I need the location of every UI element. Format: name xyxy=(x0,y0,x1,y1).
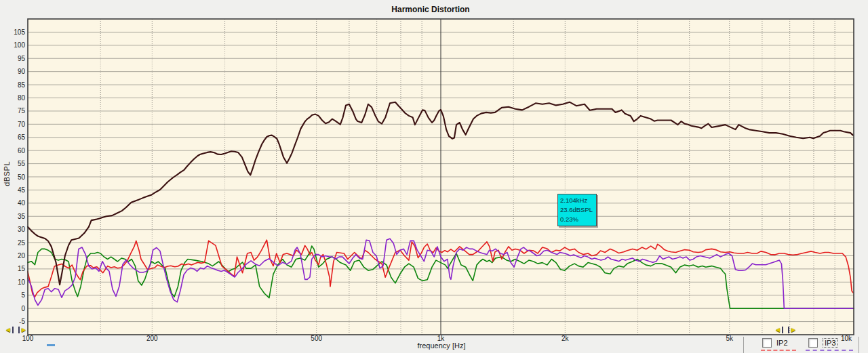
marker-bar-icon xyxy=(12,327,14,333)
y-tick-label: 30 xyxy=(18,226,26,233)
x-tick-label: 5k xyxy=(726,335,734,342)
pan-right-icon[interactable]: ► xyxy=(20,327,27,333)
y-tick-label: 85 xyxy=(18,81,26,89)
tooltip-level: 23.6dBSPL xyxy=(560,205,595,215)
y-tick-label: 80 xyxy=(18,94,26,102)
x-axis-title: frequency [Hz] xyxy=(374,341,509,350)
y-tick-label: 20 xyxy=(18,252,26,259)
y-tick-label: 35 xyxy=(18,213,26,220)
x-tick-label: 200 xyxy=(146,335,158,342)
ip3-label[interactable]: IP3 xyxy=(823,338,838,348)
ip2-curve-sample xyxy=(761,350,796,351)
harmonic-distortion-plot[interactable]: 1051009590858075706560555045403530252015… xyxy=(0,0,868,353)
y-tick-label: 65 xyxy=(18,133,26,141)
x-tick-label: 500 xyxy=(311,335,322,342)
pan-markers-right[interactable]: ◄► xyxy=(774,325,797,334)
y-tick-label: 90 xyxy=(18,68,26,75)
y-tick-label: 55 xyxy=(18,160,26,167)
ip3-curve-sample xyxy=(806,350,853,351)
pan-markers-left[interactable]: ◄► xyxy=(5,325,27,334)
cursor-readout-tooltip: 2.104kHz 23.6dBSPL 0.23% xyxy=(557,194,597,226)
x-tick-label: 10k xyxy=(841,335,852,342)
ip3-control: IP3 xyxy=(808,338,838,348)
x-tick-label: 100 xyxy=(22,335,34,342)
y-tick-label: 100 xyxy=(14,41,25,49)
y-tick-label: 40 xyxy=(18,199,26,207)
panel-divider-left xyxy=(743,337,744,353)
tooltip-distortion: 0.23% xyxy=(560,215,595,224)
pan-left-icon[interactable]: ◄ xyxy=(774,327,781,333)
y-tick-label: 75 xyxy=(18,107,26,115)
ip2-control: IP2 xyxy=(762,338,788,348)
pan-right-icon[interactable]: ► xyxy=(790,327,797,333)
app-window: Harmonic Distortion dBSPL 10510095908580… xyxy=(0,0,868,353)
y-tick-label: 15 xyxy=(18,265,26,272)
tooltip-frequency: 2.104kHz xyxy=(560,196,595,205)
marker-bar-icon xyxy=(788,327,789,333)
ip2-label[interactable]: IP2 xyxy=(776,339,788,347)
y-tick-label: -5 xyxy=(19,318,25,325)
y-tick-label: 45 xyxy=(18,186,26,194)
ip3-checkbox[interactable] xyxy=(808,338,818,348)
y-tick-label: 105 xyxy=(14,28,25,36)
y-tick-label: 60 xyxy=(18,147,26,154)
ip2-checkbox[interactable] xyxy=(762,338,772,348)
y-tick-label: 10 xyxy=(18,278,26,286)
y-tick-label: 70 xyxy=(18,121,26,128)
scrollbar-thumb[interactable] xyxy=(47,344,55,346)
y-tick-label: 0 xyxy=(21,305,25,312)
pan-left-icon[interactable]: ◄ xyxy=(5,327,12,333)
y-tick-label: 50 xyxy=(18,173,26,181)
panel-divider-right xyxy=(859,337,859,353)
y-tick-label: 5 xyxy=(21,291,25,299)
x-tick-label: 2k xyxy=(561,335,570,342)
y-tick-label: 25 xyxy=(18,239,26,247)
marker-bar-icon xyxy=(18,327,20,333)
marker-bar-icon xyxy=(782,327,783,333)
y-tick-label: 95 xyxy=(18,55,26,62)
